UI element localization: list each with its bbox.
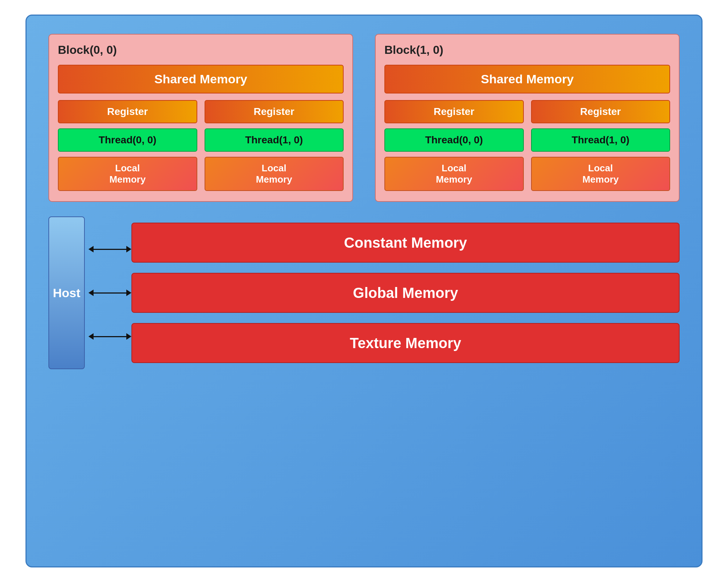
arrow-row-2 [88, 333, 131, 340]
arrow-row-1 [88, 290, 131, 296]
block-1-threads-row: RegisterThread(0, 0)Local MemoryRegister… [384, 100, 670, 191]
memory-bars-col: Constant MemoryGlobal MemoryTexture Memo… [131, 216, 680, 369]
block-0-thread-0-register: Register [58, 100, 197, 123]
block-0-thread-col-1: RegisterThread(1, 0)Local Memory [205, 100, 344, 191]
arrow-head-left-0 [88, 246, 94, 252]
block-1-shared-memory: Shared Memory [384, 65, 670, 93]
host-box: Host [48, 216, 85, 369]
arrow-head-left-1 [88, 290, 94, 296]
arrow-line-1 [94, 292, 126, 294]
block-1-thread-1-local-memory: Local Memory [531, 157, 670, 191]
bottom-section: Host Constant MemoryGlobal MemoryTexture… [48, 216, 680, 369]
block-0-thread-col-0: RegisterThread(0, 0)Local Memory [58, 100, 197, 191]
arrow-row-0 [88, 246, 131, 252]
memory-bar-0: Constant Memory [131, 223, 680, 263]
arrows-col [88, 216, 131, 369]
arrow-line-2 [94, 336, 126, 337]
arrow-head-right-0 [126, 246, 131, 252]
arrow-line-0 [94, 249, 126, 250]
memory-bar-2: Texture Memory [131, 323, 680, 363]
host-side: Host [48, 216, 88, 369]
block-0-thread-0-local-memory: Local Memory [58, 157, 197, 191]
arrow-head-right-2 [126, 333, 131, 340]
block-1-thread-0-label: Thread(0, 0) [384, 128, 524, 152]
block-1-thread-1-label: Thread(1, 0) [531, 128, 670, 152]
host-label: Host [53, 286, 80, 300]
block-0-shared-memory: Shared Memory [58, 65, 344, 93]
gpu-memory-diagram: Block(0, 0)Shared MemoryRegisterThread(0… [25, 15, 703, 567]
blocks-row: Block(0, 0)Shared MemoryRegisterThread(0… [48, 34, 680, 202]
arrow-head-left-2 [88, 333, 94, 340]
block-1-thread-1-register: Register [531, 100, 670, 123]
block-0-threads-row: RegisterThread(0, 0)Local MemoryRegister… [58, 100, 344, 191]
block-1-thread-0-register: Register [384, 100, 524, 123]
block-1-thread-col-1: RegisterThread(1, 0)Local Memory [531, 100, 670, 191]
block-0-thread-1-local-memory: Local Memory [205, 157, 344, 191]
block-0: Block(0, 0)Shared MemoryRegisterThread(0… [48, 34, 353, 202]
block-0-thread-1-register: Register [205, 100, 344, 123]
block-1-thread-col-0: RegisterThread(0, 0)Local Memory [384, 100, 524, 191]
block-1: Block(1, 0)Shared MemoryRegisterThread(0… [375, 34, 680, 202]
block-0-title: Block(0, 0) [58, 43, 344, 57]
block-1-thread-0-local-memory: Local Memory [384, 157, 524, 191]
memory-bar-1: Global Memory [131, 273, 680, 313]
block-0-thread-0-label: Thread(0, 0) [58, 128, 197, 152]
block-1-title: Block(1, 0) [384, 43, 670, 57]
block-0-thread-1-label: Thread(1, 0) [205, 128, 344, 152]
arrow-head-right-1 [126, 290, 131, 296]
